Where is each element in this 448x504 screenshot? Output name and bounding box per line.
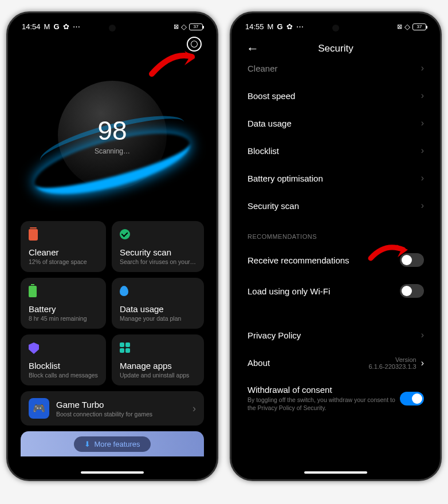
google-icon: G	[277, 22, 282, 31]
row-battery-optimisation[interactable]: Battery optimisation ›	[237, 164, 434, 192]
row-label: Load using only Wi-Fi	[247, 286, 400, 296]
tile-subtitle: 8 hr 45 min remaining	[29, 315, 98, 322]
tile-game-turbo[interactable]: 🎮 Game Turbo Boost connection stability …	[21, 391, 204, 426]
row-subtitle: By toggling off the switch, you withdraw…	[247, 396, 400, 412]
wifi-icon: ◇	[181, 22, 187, 31]
security-score-visual: 98 Scanning…	[11, 55, 213, 215]
page-title: Security	[261, 43, 410, 54]
scanning-label: Scanning…	[95, 147, 130, 155]
row-label: Boost speed	[247, 91, 421, 101]
section-recommendations: RECOMMENDATIONS	[237, 219, 434, 245]
tile-battery[interactable]: Battery 8 hr 45 min remaining	[21, 278, 106, 329]
row-label: Receive recommendations	[247, 255, 400, 265]
gmail-icon: M	[44, 22, 50, 31]
row-label: Data usage	[247, 119, 421, 128]
row-label: Security scan	[247, 201, 421, 211]
gesture-bar[interactable]	[81, 471, 144, 474]
chevron-right-icon: ›	[421, 200, 424, 211]
tile-title: Blocklist	[29, 361, 98, 371]
tile-title: Security scan	[120, 247, 196, 257]
more-features-button[interactable]: ⬇More features	[21, 431, 204, 456]
gesture-bar[interactable]	[304, 471, 367, 474]
tile-subtitle: Block calls and messages	[29, 372, 98, 379]
tile-title: Game Turbo	[56, 400, 152, 410]
chevron-right-icon: ›	[421, 90, 424, 101]
wifi-icon: ◇	[404, 22, 410, 31]
no-sim-icon: ⊠	[397, 23, 402, 30]
more-features-label: More features	[94, 440, 140, 448]
chevron-right-icon: ›	[421, 358, 424, 368]
row-label: About	[247, 358, 270, 368]
no-sim-icon: ⊠	[174, 23, 179, 30]
check-icon	[120, 229, 130, 239]
tile-title: Data usage	[120, 304, 196, 314]
status-time: 14:55	[245, 22, 264, 31]
tile-subtitle: Manage your data plan	[120, 315, 196, 322]
tile-data-usage[interactable]: Data usage Manage your data plan	[112, 278, 204, 329]
tile-subtitle: Search for viruses on your…	[120, 258, 196, 265]
phone-left: 14:54 M G ✿ ⋯ ⊠ ◇ 37 98 Scanning…	[6, 11, 218, 481]
row-security-scan[interactable]: Security scan ›	[237, 192, 434, 219]
settings-small-icon: ✿	[286, 22, 293, 31]
trash-icon	[29, 229, 38, 241]
version-label: Version	[368, 356, 416, 363]
droplet-icon	[120, 286, 128, 296]
row-label: Privacy Policy	[247, 330, 421, 340]
download-icon: ⬇	[84, 440, 91, 448]
version-value: 6.1.6-220323.1.3	[368, 363, 416, 370]
shield-icon	[29, 342, 39, 354]
battery-icon: 37	[189, 23, 203, 30]
tile-subtitle: 12% of storage space	[29, 258, 98, 265]
phone-right: 14:55 M G ✿ ⋯ ⊠ ◇ 37 ← Security Cleaner …	[230, 11, 442, 481]
row-cleaner-partial[interactable]: Cleaner ›	[237, 62, 434, 82]
row-receive-recommendations[interactable]: Receive recommendations	[237, 245, 434, 275]
google-icon: G	[53, 22, 59, 31]
row-blocklist[interactable]: Blocklist ›	[237, 137, 434, 164]
more-icon: ⋯	[296, 22, 304, 31]
row-about[interactable]: About Version 6.1.6-220323.1.3 ›	[237, 349, 434, 377]
row-withdrawal-consent[interactable]: Withdrawal of consent By toggling off th…	[237, 377, 434, 419]
row-label: Withdrawal of consent	[247, 385, 400, 395]
row-privacy-policy[interactable]: Privacy Policy ›	[237, 321, 434, 349]
chevron-right-icon: ›	[421, 118, 424, 128]
toggle-receive-recommendations[interactable]	[400, 253, 424, 267]
chevron-right-icon: ›	[421, 63, 424, 73]
chevron-right-icon: ›	[421, 173, 424, 183]
battery-tile-icon	[29, 286, 37, 297]
tile-manage-apps[interactable]: Manage apps Update and uninstall apps	[112, 334, 204, 385]
row-boost-speed[interactable]: Boost speed ›	[237, 82, 434, 109]
row-label: Cleaner	[247, 64, 421, 73]
tile-title: Battery	[29, 304, 98, 314]
gmail-icon: M	[268, 22, 274, 31]
more-icon: ⋯	[73, 22, 80, 31]
security-score: 98	[97, 115, 127, 146]
status-time: 14:54	[22, 22, 41, 31]
row-label: Battery optimisation	[247, 174, 421, 183]
toggle-withdrawal-consent[interactable]	[400, 392, 424, 405]
tile-blocklist[interactable]: Blocklist Block calls and messages	[21, 334, 106, 385]
chevron-right-icon: ›	[421, 330, 424, 340]
back-button[interactable]: ←	[244, 39, 261, 58]
gamepad-icon: 🎮	[29, 398, 49, 419]
row-load-wifi-only[interactable]: Load using only Wi-Fi	[237, 275, 434, 306]
row-label: Blocklist	[247, 146, 421, 156]
tile-security-scan[interactable]: Security scan Search for viruses on your…	[112, 221, 204, 272]
chevron-right-icon: ›	[421, 145, 424, 156]
tile-cleaner[interactable]: Cleaner 12% of storage space	[21, 221, 106, 272]
tile-title: Cleaner	[29, 247, 98, 257]
battery-icon: 37	[412, 23, 426, 30]
tile-title: Manage apps	[120, 361, 196, 371]
tile-subtitle: Update and uninstall apps	[120, 372, 196, 379]
settings-small-icon: ✿	[63, 22, 69, 31]
settings-gear-icon[interactable]	[184, 34, 205, 55]
tile-subtitle: Boost connection stability for games	[56, 411, 152, 418]
chevron-right-icon: ›	[192, 403, 196, 415]
toggle-load-wifi-only[interactable]	[400, 284, 424, 298]
row-data-usage[interactable]: Data usage ›	[237, 109, 434, 137]
apps-grid-icon	[120, 342, 130, 353]
